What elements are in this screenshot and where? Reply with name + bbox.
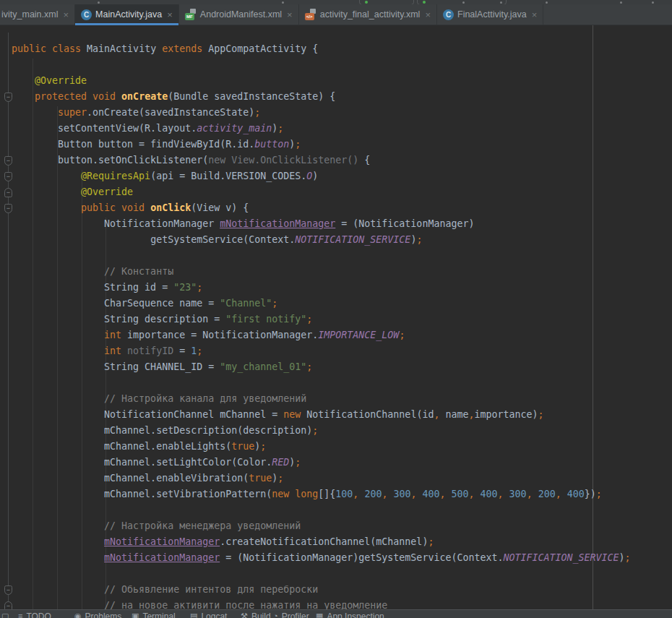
fold-marker-icon[interactable]: − (4, 172, 12, 181)
terminal-icon: ▣ (132, 611, 139, 618)
tab-label: AndroidManifest.xml (200, 9, 282, 20)
java-class-icon: C (443, 9, 454, 20)
toolbar-icon (546, 1, 548, 4)
java-class-icon: C (81, 9, 92, 20)
code-line (12, 502, 631, 518)
code-line: public class MainActivity extends AppCom… (12, 41, 631, 57)
manifest-file-icon: MF (185, 9, 197, 20)
tool-window-button-profiler[interactable]: ◔Profiler (273, 611, 309, 618)
code-line: String description = "first notify"; (12, 312, 631, 327)
code-line: @Override (12, 184, 631, 200)
tool-window-label: Profiler (282, 611, 309, 618)
code-line: // Обьявление интентов для переброски (12, 582, 631, 598)
code-line: setContentView(R.layout.activity_main); (12, 121, 631, 137)
code-line: String CHANNEL_ID = "my_channel_01"; (12, 359, 631, 375)
code-line: mChannel.enableLights(true); (12, 439, 631, 455)
fold-marker-icon[interactable]: − (4, 156, 12, 166)
build-hammer-icon: ⚒ (241, 611, 248, 618)
fold-marker-icon[interactable]: − (4, 204, 12, 213)
tool-window-button-app-inspection[interactable]: ▦App Inspection (316, 611, 384, 618)
code-line (12, 57, 631, 73)
code-line: int notifyID = 1; (12, 343, 631, 359)
code-line: mNotificationManager.createNotificationC… (12, 534, 631, 550)
tool-window-label: Logcat (201, 611, 227, 618)
code-line: mChannel.setLightColor(Color.RED); (12, 455, 631, 471)
tab-MainActivity.java[interactable]: CMainActivity.java× (75, 4, 179, 25)
fold-marker-icon[interactable]: − (4, 188, 12, 197)
tab-ivity_main.xml[interactable]: ivity_main.xml× (0, 4, 75, 25)
close-tab-icon[interactable]: × (64, 10, 69, 20)
code-line (12, 248, 631, 264)
problems-icon: ◉ (74, 611, 82, 618)
toolbar-icon (620, 1, 622, 4)
android-studio-window: ivity_main.xml×CMainActivity.java×MFAndr… (0, 0, 672, 618)
code-line: NotificationChannel mChannel = new Notif… (12, 407, 631, 423)
code-text: public class MainActivity extends AppCom… (12, 41, 631, 614)
profiler-icon: ◔ (273, 611, 278, 618)
logcat-icon: ▤ (190, 611, 197, 618)
code-line: public void onClick(View v) { (12, 200, 631, 216)
tab-activity_final_acttivity.xml[interactable]: </>activity_final_acttivity.xml× (299, 4, 437, 25)
app-inspection-icon: ▦ (316, 611, 323, 618)
folding-outline-line (8, 33, 9, 609)
code-line: // Настройка канала для уведомлений (12, 391, 631, 407)
tool-window-button-terminal[interactable]: ▣Terminal (132, 611, 176, 618)
code-line: @RequiresApi(api = Build.VERSION_CODES.O… (12, 168, 631, 184)
toolbar-icon (652, 1, 654, 4)
tool-window-button-logcat[interactable]: ▤Logcat (190, 611, 227, 618)
code-line: mChannel.setDescription(description); (12, 423, 631, 439)
tool-window-button-build[interactable]: ⚒Build (241, 611, 271, 618)
code-line: protected void onCreate(Bundle savedInst… (12, 89, 631, 105)
xml-file-icon: </> (305, 9, 316, 20)
tool-window-label: Terminal (142, 611, 175, 618)
tool-window-button-problems[interactable]: ◉Problems (74, 611, 121, 618)
code-line: Button button = findViewById(R.id.button… (12, 137, 631, 153)
code-line: CharSequence name = "Channel"; (12, 296, 631, 312)
code-line: NotificationManager mNotificationManager… (12, 216, 631, 232)
code-editor[interactable]: public class MainActivity extends AppCom… (0, 25, 672, 618)
code-line: mChannel.setVibrationPattern(new long[]{… (12, 486, 631, 502)
editor-tab-bar: ivity_main.xml×CMainActivity.java×MFAndr… (0, 4, 672, 25)
tool-window-label: Build (251, 611, 271, 618)
code-line: mNotificationManager = (NotificationMana… (12, 550, 631, 566)
code-line (12, 566, 631, 582)
tab-FinalActtivity.java[interactable]: CFinalActtivity.java× (437, 4, 543, 25)
close-tab-icon[interactable]: × (167, 10, 173, 20)
tool-window-switcher-icon[interactable]: ▢ (1, 611, 9, 618)
tool-window-label: Problems (85, 611, 122, 618)
fold-marker-icon[interactable]: − (4, 93, 12, 102)
tool-window-bar: ▢ ≡TODO◉Problems▣Terminal▤Logcat⚒Build◔P… (0, 609, 672, 618)
code-line: mChannel.enableVibration(true); (12, 471, 631, 486)
tool-window-label: App Inspection (327, 611, 384, 618)
code-line (12, 375, 631, 391)
toolbar-icon (462, 1, 465, 4)
code-line: getSystemService(Context.NOTIFICATION_SE… (12, 232, 631, 248)
code-line: int importance = NotificationManager.IMP… (12, 327, 631, 343)
device-online-icon (423, 1, 426, 4)
code-line: button.setOnClickListener(new View.OnCli… (12, 153, 631, 168)
tool-window-button-todo[interactable]: ≡TODO (18, 611, 51, 618)
toolbar-icon (282, 1, 284, 4)
tab-AndroidManifest.xml[interactable]: MFAndroidManifest.xml× (179, 4, 299, 25)
tab-label: activity_final_acttivity.xml (320, 9, 421, 20)
tab-label: ivity_main.xml (1, 9, 59, 20)
toolbar-icon (98, 1, 100, 4)
close-tab-icon[interactable]: × (532, 10, 538, 20)
tab-label: MainActivity.java (95, 9, 162, 20)
code-line: @Override (12, 73, 631, 89)
code-line: String id = "23"; (12, 280, 631, 296)
tab-label: FinalActtivity.java (457, 9, 527, 20)
fold-marker-icon[interactable]: − (4, 585, 12, 595)
code-line: // Настройка менеджера уведомлений (12, 518, 631, 534)
code-line: super.onCreate(savedInstanceState); (12, 105, 631, 121)
tool-window-label: TODO (26, 611, 51, 618)
run-icon (365, 1, 368, 4)
toolbar-icon (500, 1, 502, 4)
todo-icon: ≡ (18, 611, 22, 618)
close-tab-icon[interactable]: × (425, 10, 431, 20)
code-line: // Константы (12, 264, 631, 280)
close-tab-icon[interactable]: × (287, 10, 293, 20)
